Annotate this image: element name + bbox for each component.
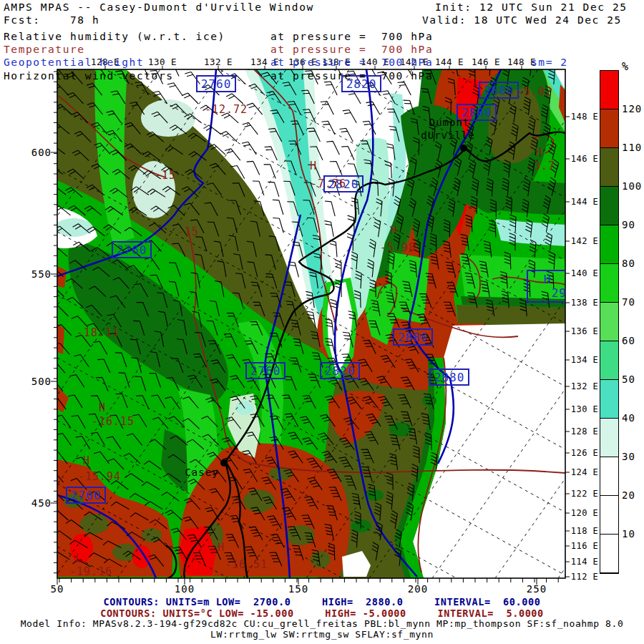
right-longitude-label: 148 E	[571, 112, 599, 122]
temperature-extremum-label: -15	[177, 225, 199, 238]
station-label-dumont: Dumont	[429, 117, 470, 128]
colorbar-segment	[600, 71, 618, 109]
right-longitude-label: 130 E	[571, 404, 599, 414]
colorbar-segment	[600, 457, 618, 496]
temperature-extremum-label: H	[218, 541, 225, 554]
model-info-line2: LW:rrtmg_lw SW:rrtmg_sw SFLAY:sf_mynn	[0, 629, 644, 640]
y-axis-tick-label: 450	[23, 497, 52, 509]
colorbar-segment	[600, 380, 618, 419]
height-contour-label: 2760	[196, 75, 236, 92]
top-longitude-label: 146 E	[472, 57, 500, 67]
right-longitude-label: 124 E	[571, 467, 599, 477]
colorbar-tick-label: 90	[622, 219, 635, 230]
colorbar-segment	[600, 419, 618, 457]
top-longitude-label: 136 E	[288, 57, 317, 67]
top-longitude-label: 144 E	[435, 57, 464, 67]
valid-time: Valid: 18 UTC Wed 24 Dec 25	[422, 15, 622, 26]
colorbar-segment	[600, 496, 618, 535]
temperature-extremum-label: H	[310, 160, 317, 172]
temperature-extremum-label: -3.7	[527, 160, 555, 172]
fcst-hour: Fcst: 78 h	[4, 15, 99, 26]
height-contour-label: 2700	[66, 487, 106, 504]
temperature-extremum-label: -5.98	[380, 241, 416, 254]
colorbar-segment	[600, 303, 618, 341]
x-axis-tick-label: 50	[51, 583, 64, 595]
right-longitude-label: 134 E	[571, 355, 599, 365]
right-longitude-label: 132 E	[571, 381, 599, 391]
colorbar-tick-label: 20	[622, 489, 635, 501]
temperature-extremum-label: H	[83, 454, 90, 467]
colorbar-tick-label: 120	[622, 103, 642, 114]
field-hgt-label: Geopotential height	[4, 57, 144, 69]
temperature-extremum-label: H	[99, 401, 106, 414]
x-axis-tick-label: 100	[175, 583, 195, 595]
colorbar-segment	[600, 225, 618, 264]
temperature-extremum-label: -19.16	[69, 565, 112, 578]
colorbar-tick-label: 100	[622, 180, 642, 192]
temperature-extremum-label: -7.76	[311, 177, 346, 190]
colorbar-tick-label: 70	[622, 296, 635, 308]
temperature-extremum-label: -12.72	[205, 103, 248, 116]
colorbar	[600, 70, 619, 574]
right-longitude-label: 116 E	[571, 541, 599, 551]
height-contour-label: 2880	[479, 82, 519, 99]
height-contour-label: 2820	[320, 362, 360, 379]
station-label-casey: Casey	[185, 467, 218, 478]
field-rh-level: at pressure = 700 hPa	[270, 31, 433, 43]
map-overlays: 2760282028802880276028202760282028802880…	[57, 69, 565, 578]
y-axis-tick-label: 600	[23, 147, 52, 158]
colorbar-segment	[600, 341, 618, 380]
field-temp-label: Temperature	[4, 44, 85, 56]
colorbar-unit: %	[622, 61, 629, 73]
temperature-extremum-label: -16.15	[92, 415, 135, 428]
x-axis-tick-label: 250	[527, 583, 547, 595]
colorbar-segment	[600, 264, 618, 303]
x-axis-tick-label: 200	[408, 583, 428, 595]
colorbar-tick-label: 80	[622, 258, 635, 269]
height-contour-label: 2880	[429, 369, 469, 386]
temperature-extremum-label: L	[75, 552, 82, 565]
colorbar-tick-label: 30	[622, 451, 635, 462]
right-longitude-label: 138 E	[571, 298, 599, 308]
smoothing-note: sm= 2	[531, 57, 568, 69]
amps-mpas-plot: 120110100908070605040302010 % 2760282028…	[0, 0, 644, 644]
colorbar-segment	[600, 187, 618, 225]
field-rh-label: Relative humidity (w.r.t. ice)	[4, 31, 225, 43]
colorbar-tick-label: 40	[622, 412, 635, 424]
colorbar-tick-label: 60	[622, 335, 635, 346]
top-longitude-label: 130 E	[148, 57, 177, 67]
temperature-extremum-label: H	[391, 224, 398, 237]
right-longitude-label: 112 E	[571, 572, 599, 582]
colorbar-segment	[600, 109, 618, 148]
height-max-label: H29	[527, 270, 565, 303]
x-axis-tick-label: 150	[288, 583, 308, 595]
init-time: Init: 12 UTC Sun 21 Dec 25	[435, 2, 628, 14]
colorbar-tick-label: 110	[622, 142, 642, 153]
temperature-extremum-label: -5.02	[517, 85, 552, 98]
temperature-extremum-label: -18.11	[77, 326, 119, 339]
temperature-extremum-label: H	[535, 146, 542, 159]
height-contour-label: 2760	[112, 241, 152, 258]
colorbar-segment	[600, 535, 618, 573]
top-longitude-label: 134 E	[250, 57, 279, 67]
right-longitude-label: 146 E	[571, 154, 599, 164]
top-longitude-label: 142 E	[400, 57, 429, 67]
contour-info-height: CONTOURS: UNITS=m LOW= 2700.0 HIGH= 2880…	[0, 596, 644, 608]
top-longitude-label: 128 E	[91, 57, 119, 67]
temperature-extremum-label: -15.94	[78, 470, 121, 483]
right-longitude-label: 142 E	[571, 236, 599, 246]
temperature-extremum-label: -16.51	[225, 558, 268, 571]
right-longitude-label: 122 E	[571, 489, 599, 499]
right-longitude-label: 126 E	[571, 448, 599, 458]
colorbar-segment	[600, 148, 618, 187]
right-longitude-label: 120 E	[571, 508, 599, 518]
right-longitude-label: 118 E	[571, 526, 599, 536]
contour-info-temp: CONTOURS: UNITS=°C LOW= -15.000 HIGH= -5…	[0, 608, 644, 619]
top-longitude-label: 138 E	[322, 57, 351, 67]
model-info-line1: Model Info: MPASv8.2.3-194-gf29cd82c CU:…	[0, 618, 644, 629]
right-longitude-label: 114 E	[571, 557, 599, 567]
colorbar-tick-label: 10	[622, 528, 635, 540]
height-contour-label: 2760	[245, 362, 286, 379]
right-longitude-label: 128 E	[571, 426, 599, 436]
colorbar-tick-label: 50	[622, 374, 635, 385]
